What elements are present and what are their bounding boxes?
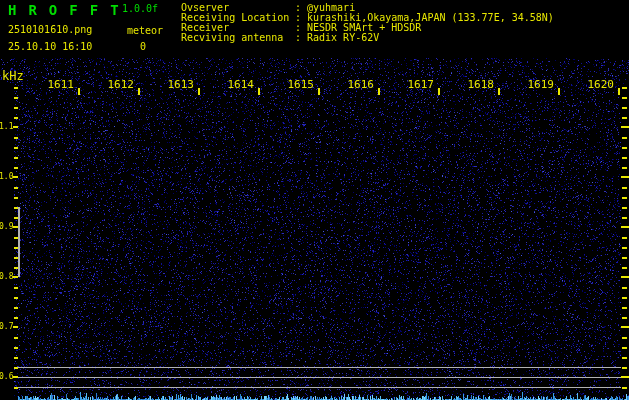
meteor-counter-value: 0 [140, 42, 146, 52]
y-axis-tick-major [13, 326, 18, 328]
y-axis-tick-minor [622, 257, 627, 259]
x-axis-tick [198, 88, 200, 95]
info-value: Radix RY-62V [307, 33, 379, 43]
observation-datetime: 25.10.10 16:10 [8, 42, 92, 52]
y-axis-tick-minor [14, 317, 18, 319]
y-axis-tick-minor [622, 357, 627, 359]
app-logo: HROFFT [8, 2, 131, 18]
x-axis-label: 1619 [524, 80, 554, 90]
y-axis-tick-minor [622, 217, 627, 219]
y-axis-tick-minor [14, 197, 18, 199]
y-axis-tick-major [13, 126, 18, 128]
y-axis-tick-minor [14, 367, 18, 369]
y-axis-tick-minor [14, 187, 18, 189]
y-axis-tick-minor [14, 387, 18, 389]
spectrogram-noise-canvas [0, 0, 629, 400]
y-axis-tick-minor [14, 337, 18, 339]
y-axis-tick-major [621, 126, 629, 128]
y-axis-tick-minor [622, 317, 627, 319]
x-axis-tick [558, 88, 560, 95]
y-axis-tick-minor [14, 287, 18, 289]
x-axis-tick [318, 88, 320, 95]
carrier-line [18, 377, 621, 378]
y-axis-tick-minor [14, 307, 18, 309]
edge-artifact-line [18, 207, 20, 277]
x-axis-label: 1612 [104, 80, 134, 90]
x-axis-tick [498, 88, 500, 95]
y-axis-tick-minor [622, 367, 627, 369]
y-axis-tick-minor [14, 207, 18, 209]
y-axis-label: 1.0 [0, 173, 13, 181]
x-axis-label: 1616 [344, 80, 374, 90]
hrofft-window: HROFFT 1.0.0f 2510101610.png meteor 25.1… [0, 0, 629, 400]
output-filename: 2510101610.png [8, 25, 92, 35]
y-axis-tick-minor [14, 297, 18, 299]
x-axis-label: 1617 [404, 80, 434, 90]
info-row: Recviving antenna:Radix RY-62V [181, 33, 621, 43]
y-axis-tick-minor [622, 287, 627, 289]
y-axis-tick-minor [14, 267, 18, 269]
x-axis-tick [258, 88, 260, 95]
y-axis-tick-minor [622, 387, 627, 389]
x-axis-label: 1618 [464, 80, 494, 90]
y-axis-tick-minor [622, 167, 627, 169]
y-axis-label: 0.7 [0, 323, 13, 331]
y-axis-tick-major [13, 276, 18, 278]
y-axis-tick-minor [14, 257, 18, 259]
x-axis-label: 1611 [44, 80, 74, 90]
y-axis-tick-minor [622, 87, 627, 89]
y-axis-tick-minor [14, 237, 18, 239]
carrier-line [18, 367, 621, 368]
y-axis-tick-minor [622, 207, 627, 209]
x-axis-tick [78, 88, 80, 95]
y-axis-tick-minor [14, 147, 18, 149]
observer-info-block: Ovserver:@yuhmariReceiving Location:kura… [181, 3, 621, 43]
y-axis-tick-major [13, 176, 18, 178]
y-axis-tick-major [621, 226, 629, 228]
y-axis-tick-minor [14, 157, 18, 159]
info-label: Recviving antenna [181, 33, 283, 43]
y-axis-tick-minor [622, 137, 627, 139]
y-axis-tick-minor [622, 337, 627, 339]
x-axis-label: 1614 [224, 80, 254, 90]
y-axis-tick-major [621, 276, 629, 278]
y-axis-tick-major [621, 326, 629, 328]
y-axis-tick-major [621, 376, 629, 378]
meteor-counter-label: meteor [127, 26, 163, 36]
x-axis-tick [378, 88, 380, 95]
y-axis-tick-minor [14, 87, 18, 89]
carrier-line [18, 387, 621, 388]
y-axis-tick-minor [622, 147, 627, 149]
y-axis-label: 0.9 [0, 223, 13, 231]
y-axis-tick-minor [622, 197, 627, 199]
x-axis-label: 1615 [284, 80, 314, 90]
y-axis-tick-minor [14, 167, 18, 169]
y-axis-tick-minor [622, 97, 627, 99]
y-axis-tick-major [13, 226, 18, 228]
y-axis-tick-minor [14, 247, 18, 249]
y-axis-tick-minor [622, 297, 627, 299]
x-axis-label: 1613 [164, 80, 194, 90]
y-axis-tick-minor [14, 137, 18, 139]
x-axis-label: 1620 [584, 80, 614, 90]
y-axis-tick-minor [622, 307, 627, 309]
y-axis-tick-minor [14, 217, 18, 219]
y-axis-tick-minor [622, 237, 627, 239]
y-axis-tick-minor [14, 347, 18, 349]
y-axis-tick-minor [14, 97, 18, 99]
y-axis-tick-minor [622, 247, 627, 249]
y-axis-label: 0.8 [0, 273, 13, 281]
y-axis-tick-minor [14, 107, 18, 109]
y-axis-tick-minor [622, 187, 627, 189]
y-axis-tick-minor [622, 107, 627, 109]
y-axis-tick-major [13, 376, 18, 378]
x-axis-tick [138, 88, 140, 95]
y-axis-tick-major [621, 176, 629, 178]
y-axis-tick-minor [14, 117, 18, 119]
y-axis-label: 1.1 [0, 123, 13, 131]
y-axis-label: 0.6 [0, 373, 13, 381]
y-axis-tick-minor [622, 117, 627, 119]
app-version: 1.0.0f [122, 3, 158, 14]
info-separator: : [295, 33, 301, 43]
y-axis-tick-minor [622, 347, 627, 349]
